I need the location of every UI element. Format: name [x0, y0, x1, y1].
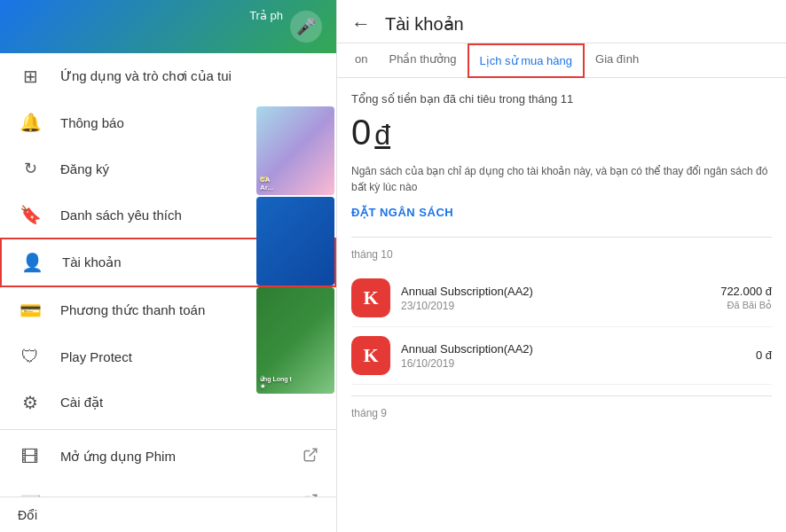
transaction-date-2: 16/10/2019: [401, 357, 756, 370]
transaction-right-1: 722.000 đ Đã Bãi Bỏ: [720, 285, 772, 311]
tab-history[interactable]: Lịch sử mua hàng: [468, 43, 586, 78]
thumb-label-1: CAAr...: [260, 176, 331, 192]
section-divider-1: [351, 237, 772, 238]
tab-family[interactable]: Gia đình: [585, 43, 649, 77]
transaction-name-2: Annual Subscription(AA2): [401, 342, 756, 356]
thumb-label-3: ứng Long t★: [260, 376, 331, 390]
bottom-strip: Đổi: [0, 497, 336, 532]
app-icon-k-2: K: [363, 344, 378, 367]
transaction-row-2[interactable]: K Annual Subscription(AA2) 16/10/2019 0 …: [351, 327, 772, 385]
section-divider-2: [351, 395, 772, 396]
spending-desc: Tổng số tiền bạn đã chi tiêu trong tháng…: [351, 92, 772, 106]
apps-icon: ⊞: [18, 64, 43, 89]
transaction-row-1[interactable]: K Annual Subscription(AA2) 23/10/2019 72…: [351, 270, 772, 327]
transaction-info-1: Annual Subscription(AA2) 23/10/2019: [401, 285, 720, 312]
currency-symbol: đ: [374, 119, 390, 152]
app-icon-2: K: [351, 336, 390, 375]
transaction-amount-1: 722.000 đ: [720, 285, 772, 298]
bottom-label: Đổi: [18, 508, 37, 522]
transaction-date-1: 23/10/2019: [401, 300, 720, 312]
thumbnail-3: ứng Long t★: [256, 287, 334, 394]
subscriptions-icon: ↻: [18, 156, 43, 181]
transaction-name-1: Annual Subscription(AA2): [401, 285, 720, 298]
tab-rewards[interactable]: Phần thưởng: [378, 43, 467, 77]
side-thumbnails: CAAr... 83 ứng Long t★: [256, 106, 336, 497]
spending-amount: 0 đ: [351, 113, 772, 153]
movies-icon: 🎞: [18, 444, 43, 469]
month-label-2: tháng 9: [351, 407, 772, 419]
books-icon: 📰: [18, 490, 43, 497]
apps-label: Ứng dụng và trò chơi của tui: [60, 68, 318, 84]
tab-on[interactable]: on: [344, 43, 378, 77]
app-icon-k-1: K: [363, 286, 378, 309]
transaction-right-2: 0 đ: [756, 348, 772, 364]
settings-icon: ⚙: [18, 390, 43, 415]
account-icon: 👤: [20, 250, 44, 275]
top-banner: Trả ph 🎤: [0, 0, 336, 53]
mic-icon[interactable]: 🎤: [290, 11, 322, 43]
transaction-amount-2: 0 đ: [756, 348, 772, 362]
thumb-bg-2: [256, 197, 334, 286]
notifications-icon: 🔔: [18, 110, 43, 135]
thumbnail-2: [256, 197, 334, 286]
budget-note: Ngân sách của bạn chỉ áp dụng cho tài kh…: [351, 163, 772, 195]
transaction-status-1: Đã Bãi Bỏ: [720, 300, 772, 311]
back-arrow-icon[interactable]: ←: [351, 12, 371, 35]
thumbnail-1: CAAr... 83: [256, 106, 334, 195]
right-content: Tổng số tiền bạn đã chi tiêu trong tháng…: [337, 78, 786, 532]
set-budget-button[interactable]: ĐẶT NGÂN SÁCH: [351, 206, 772, 219]
tabs-row: on Phần thưởng Lịch sử mua hàng Gia đình: [337, 43, 786, 78]
thumb-rating-1: 83: [260, 175, 268, 183]
banner-text: Trả ph: [249, 9, 283, 22]
right-header: ← Tài khoản: [337, 0, 786, 43]
right-title: Tài khoản: [385, 13, 464, 35]
left-panel: Trả ph 🎤 ⊞ Ứng dụng và trò chơi của tui …: [0, 0, 337, 532]
spending-value: 0: [351, 113, 371, 153]
protect-icon: 🛡: [18, 344, 43, 369]
wishlist-icon: 🔖: [18, 202, 43, 227]
right-panel: ← Tài khoản on Phần thưởng Lịch sử mua h…: [337, 0, 786, 532]
transaction-info-2: Annual Subscription(AA2) 16/10/2019: [401, 342, 756, 370]
month-label-1: tháng 10: [351, 248, 772, 261]
app-icon-1: K: [351, 278, 390, 317]
menu-list: ⊞ Ứng dụng và trò chơi của tui 🔔 Thông b…: [0, 53, 336, 497]
payment-icon: 💳: [18, 298, 43, 323]
menu-item-apps[interactable]: ⊞ Ứng dụng và trò chơi của tui: [0, 53, 336, 99]
